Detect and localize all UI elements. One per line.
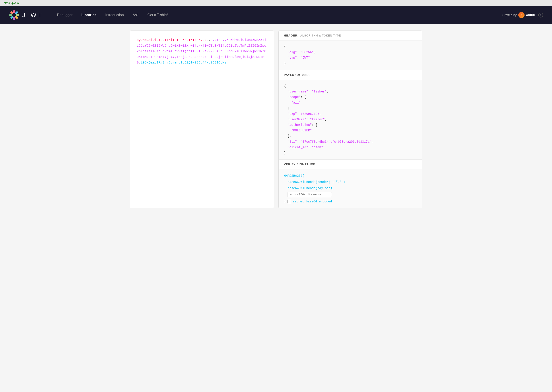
token-signature-part: l95xQaaoIRj2hr6vrmhulbCZQlw0EDg44kc0DE1O… [141,61,226,65]
payload-section-header: PAYLOAD: DATA [279,70,422,80]
payload-title: PAYLOAD: [284,73,300,77]
svg-rect-4 [13,17,15,20]
auth0-badge[interactable]: A Auth0 [518,12,535,18]
verify-section: VERIFY SIGNATURE HMACSHA256( base64UrlEn… [279,160,422,208]
nav-libraries[interactable]: Libraries [81,12,97,18]
svg-rect-1 [15,11,18,14]
logo[interactable]: J WT [9,10,44,20]
nav-tshirt[interactable]: Get a T-shirt! [147,12,168,18]
crafted-label: Crafted by [502,13,517,17]
nav-ask[interactable]: Ask [133,12,139,18]
svg-rect-5 [10,16,14,19]
verify-line1-text: base64UrlEncode(header) + "." + [288,180,345,184]
verify-line2-text: base64UrlEncode(payload), [288,187,334,190]
payload-subtitle: DATA [302,73,309,76]
base64-checkbox[interactable] [288,200,291,203]
token-panel[interactable]: eyJhbGciOiJIUzI1NiIsInR5cCI6IkpXVCJ9.eyJ… [130,30,274,208]
decoded-panel: HEADER: ALGORITHM & TOKEN TYPE { "alg": … [278,30,422,208]
payload-body[interactable]: { "user_name": "fisher", "scope": [ "all… [279,80,422,159]
header-title: HEADER: [284,34,298,37]
header-section: HEADER: ALGORITHM & TOKEN TYPE { "alg": … [279,31,422,70]
token-header-part: eyJhbGciOiJIUzI1NiIsInR5cCI6IkpXVCJ9 [137,38,208,42]
base64-label[interactable]: secret base64 encoded [293,198,332,205]
token-dot2: . [139,61,141,65]
nav-links: Debugger Libraries Introduction Ask Get … [57,12,502,18]
verify-line-fn: HMACSHA256( [284,173,417,179]
header-body[interactable]: { "alg": "HS256", "typ": "JWT" } [279,41,422,70]
svg-rect-2 [16,14,19,16]
auth0-logo-icon: A [518,12,524,18]
payload-section: PAYLOAD: DATA { "user_name": "fisher", "… [279,70,422,160]
browser-url: https://jwt.io [4,1,19,5]
close-paren: ) [284,198,286,205]
logo-text: J WT [22,12,44,19]
verify-body: HMACSHA256( base64UrlEncode(header) + ".… [279,169,422,208]
verify-secret-line [284,191,417,197]
verify-fn-name: HMACSHA256( [284,174,304,178]
verify-section-header: VERIFY SIGNATURE [279,160,422,169]
verify-line2: base64UrlEncode(payload), [284,185,417,191]
header-section-header: HEADER: ALGORITHM & TOKEN TYPE [279,31,422,41]
token-dot1: . [208,38,211,42]
nav-introduction[interactable]: Introduction [105,12,124,18]
header-subtitle: ALGORITHM & TOKEN TYPE [300,34,341,37]
verify-line1: base64UrlEncode(header) + "." + [284,179,417,185]
svg-rect-0 [13,10,15,13]
svg-rect-6 [9,14,12,16]
svg-rect-7 [10,11,14,14]
help-icon[interactable]: ? [538,13,543,17]
logo-icon [9,10,20,20]
nav-debugger[interactable]: Debugger [57,12,73,18]
verify-footer: ) secret base64 encoded [284,198,417,205]
secret-input[interactable] [288,192,332,197]
auth0-label: Auth0 [526,13,535,17]
browser-bar: https://jwt.io [0,0,552,6]
crafted-by: Crafted by A Auth0 ? [502,12,543,18]
svg-rect-3 [15,16,18,19]
navbar: J WT Debugger Libraries Introduction Ask… [0,6,552,24]
verify-title: VERIFY SIGNATURE [284,163,315,166]
token-text: eyJhbGciOiJIUzI1NiIsInR5cCI6IkpXVCJ9.eyJ… [137,37,267,66]
main-content: eyJhbGciOiJIUzI1NiIsInR5cCI6IkpXVCJ9.eyJ… [121,24,431,215]
